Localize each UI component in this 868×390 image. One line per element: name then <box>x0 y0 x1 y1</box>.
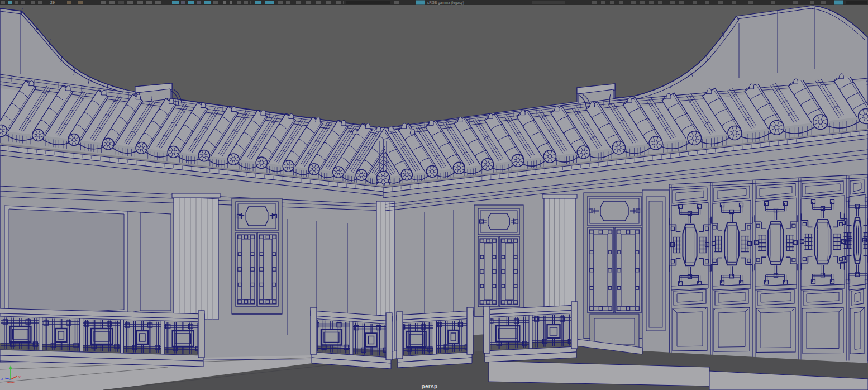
svg-text:persp: persp <box>421 383 437 389</box>
svg-text:z: z <box>1 376 3 381</box>
svg-text:sRGB gamma (legacy): sRGB gamma (legacy) <box>427 1 464 5</box>
svg-text:29: 29 <box>50 1 55 4</box>
svg-text:x: x <box>18 374 21 379</box>
